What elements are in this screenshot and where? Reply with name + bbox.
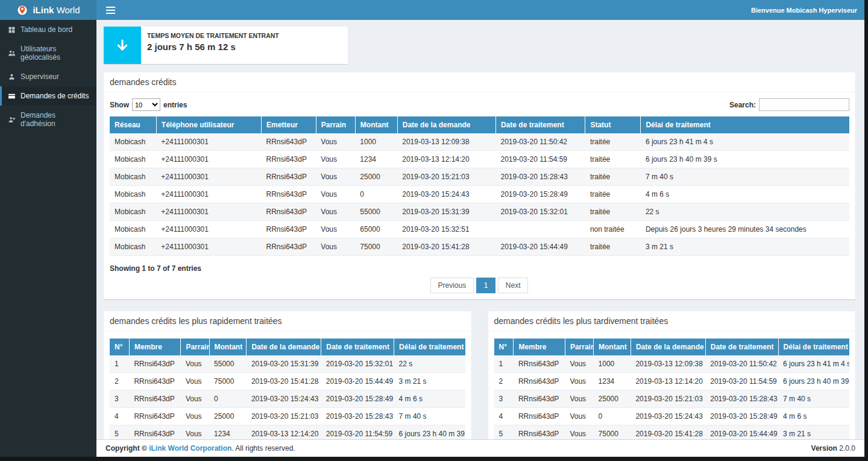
sidebar-item-label: Tableau de bord bbox=[20, 25, 72, 34]
column-header: Membre bbox=[129, 339, 180, 355]
table-cell: 2019-03-20 15:41:28 bbox=[631, 425, 705, 440]
table-cell: RRnsi643dP bbox=[262, 186, 316, 203]
page-length-control: Show 10 entries bbox=[110, 98, 187, 111]
table-cell: 75000 bbox=[594, 425, 631, 440]
supervisor-icon bbox=[8, 73, 16, 81]
table-cell: 1234 bbox=[594, 373, 631, 390]
column-header[interactable]: Téléphone utilisateur bbox=[156, 116, 261, 133]
column-header: Délai de traitement bbox=[778, 339, 849, 355]
table-cell: Vous bbox=[316, 151, 355, 168]
table-cell: traitée bbox=[585, 238, 641, 256]
column-header[interactable]: Réseau bbox=[110, 116, 156, 133]
table-cell: 2019-03-20 15:44:49 bbox=[495, 238, 585, 256]
brand-logo[interactable]: iLink World bbox=[0, 0, 96, 20]
table-cell: 4 m 6 s bbox=[394, 390, 465, 408]
column-header: Date de traitement bbox=[705, 339, 778, 355]
table-cell: 2019-03-13 12:09:38 bbox=[631, 355, 705, 373]
pagination-page-1-button[interactable]: 1 bbox=[476, 278, 496, 293]
table-cell: 2019-03-20 15:32:51 bbox=[397, 221, 495, 238]
sidebar-item-demandes-de-credits[interactable]: Demandes de crédits bbox=[0, 86, 96, 106]
table-cell: traitée bbox=[585, 151, 641, 168]
column-header: Montant bbox=[209, 339, 247, 355]
table-cell: 2019-03-20 15:28:49 bbox=[495, 186, 585, 203]
table-row: 3RRnsi643dPVous02019-03-20 15:24:432019-… bbox=[110, 390, 465, 408]
table-cell: 2019-03-20 15:41:28 bbox=[247, 373, 321, 390]
column-header[interactable]: Statut bbox=[585, 116, 641, 133]
page-length-select[interactable]: 10 bbox=[132, 98, 160, 111]
table-cell: Vous bbox=[316, 221, 355, 238]
fastest-credits-table: N°MembreParrainMontantDate de la demande… bbox=[110, 339, 465, 439]
table-row: Mobicash+24111000301RRnsi643dPVous02019-… bbox=[110, 186, 849, 203]
top-navbar: iLink World Bienvenue Mobicash Hypervise… bbox=[0, 0, 864, 20]
table-cell: traitée bbox=[585, 133, 641, 151]
table-cell: Vous bbox=[565, 425, 593, 440]
sidebar-item-superviseur[interactable]: Superviseur bbox=[0, 67, 96, 86]
company-link[interactable]: iLink World Corporation bbox=[149, 444, 231, 453]
infobox-title: TEMPS MOYEN DE TRAITEMENT ENTRANT bbox=[147, 32, 279, 39]
column-header[interactable]: Montant bbox=[355, 116, 397, 133]
table-cell: Vous bbox=[181, 390, 209, 408]
table-cell: 3 m 21 s bbox=[641, 238, 849, 256]
sidebar-item-label: Utilisateurs géolocalisés bbox=[20, 45, 91, 62]
column-header: Date de la demande bbox=[247, 339, 321, 355]
credits-panel: demandes crédits Show 10 entries Search: bbox=[104, 72, 855, 299]
table-cell: Mobicash bbox=[110, 221, 156, 238]
table-cell: 0 bbox=[209, 390, 247, 408]
table-cell: Vous bbox=[316, 133, 355, 151]
column-header[interactable]: Parrain bbox=[316, 116, 355, 133]
table-cell: RRnsi643dP bbox=[262, 168, 316, 186]
table-cell: 0 bbox=[355, 186, 397, 203]
table-cell: 2019-03-20 15:32:01 bbox=[495, 203, 585, 221]
table-cell: +24111000301 bbox=[156, 168, 261, 186]
copyright-label: Copyright © bbox=[105, 444, 147, 453]
table-cell: Vous bbox=[316, 203, 355, 221]
table-cell: +24111000301 bbox=[156, 203, 261, 221]
welcome-text: Bienvenue Mobicash Hyperviseur bbox=[751, 7, 857, 14]
table-cell: RRnsi643dP bbox=[262, 238, 316, 256]
sidebar-toggle-button[interactable] bbox=[104, 3, 118, 17]
table-cell: 2019-03-20 15:28:43 bbox=[321, 408, 394, 425]
table-cell: RRnsi643dP bbox=[262, 203, 316, 221]
table-cell: RRnsi643dP bbox=[262, 221, 316, 238]
column-header[interactable]: Emetteur bbox=[262, 116, 316, 133]
table-cell: 75000 bbox=[355, 238, 397, 256]
table-cell: 6 jours 23 h 40 m 39 s bbox=[394, 425, 465, 440]
column-header[interactable]: Date de traitement bbox=[495, 116, 585, 133]
column-header[interactable]: Date de la demande bbox=[397, 116, 495, 133]
table-cell: 1000 bbox=[355, 133, 397, 151]
pagination-previous-button[interactable]: Previous bbox=[430, 278, 474, 293]
table-cell: 22 s bbox=[394, 355, 465, 373]
sidebar-item-utilisateurs-geolocalises[interactable]: Utilisateurs géolocalisés bbox=[0, 39, 96, 67]
credit-requests-icon bbox=[8, 92, 16, 100]
table-row: 3RRnsi643dPVous250002019-03-20 15:21:032… bbox=[494, 390, 850, 408]
table-cell: Vous bbox=[565, 408, 593, 425]
table-cell: 25000 bbox=[355, 168, 397, 186]
table-cell: RRnsi643dP bbox=[129, 390, 180, 408]
sidebar-item-demandes-adhesion[interactable]: Demandes d'adhésion bbox=[0, 106, 96, 133]
table-row: 2RRnsi643dPVous12342019-03-13 12:14:2020… bbox=[494, 373, 850, 390]
sidebar-item-tableau-de-bord[interactable]: Tableau de bord bbox=[0, 20, 96, 39]
brand-globe-pin-icon bbox=[16, 4, 28, 16]
table-cell: RRnsi643dP bbox=[514, 373, 565, 390]
table-row: Mobicash+24111000301RRnsi643dPVous750002… bbox=[110, 238, 849, 256]
table-cell: 2019-03-20 15:32:01 bbox=[321, 355, 394, 373]
table-info-text: Showing 1 to 7 of 7 entries bbox=[110, 264, 849, 273]
table-cell: 4 m 6 s bbox=[641, 186, 849, 203]
table-cell: RRnsi643dP bbox=[262, 151, 316, 168]
slowest-credits-panel: demandes crédits les plus tardivement tr… bbox=[488, 311, 856, 439]
table-cell: 25000 bbox=[209, 408, 247, 425]
column-header[interactable]: Délai de traitement bbox=[641, 116, 849, 133]
search-input[interactable] bbox=[759, 98, 849, 111]
pagination-next-button[interactable]: Next bbox=[498, 278, 529, 293]
table-cell: Vous bbox=[565, 373, 593, 390]
table-cell: RRnsi643dP bbox=[262, 133, 316, 151]
table-cell: 2019-03-20 11:54:59 bbox=[495, 151, 585, 168]
table-row: 1RRnsi643dPVous550002019-03-20 15:31:392… bbox=[110, 355, 465, 373]
table-cell: 2019-03-20 15:21:03 bbox=[631, 390, 705, 408]
table-cell: 2019-03-20 11:54:59 bbox=[705, 373, 778, 390]
rights-text: . All rights reserved. bbox=[231, 444, 295, 453]
column-header: Date de la demande bbox=[631, 339, 705, 355]
column-header: Membre bbox=[514, 339, 565, 355]
table-cell: 2019-03-20 11:50:42 bbox=[705, 355, 778, 373]
table-cell: 2019-03-20 15:28:43 bbox=[705, 390, 778, 408]
